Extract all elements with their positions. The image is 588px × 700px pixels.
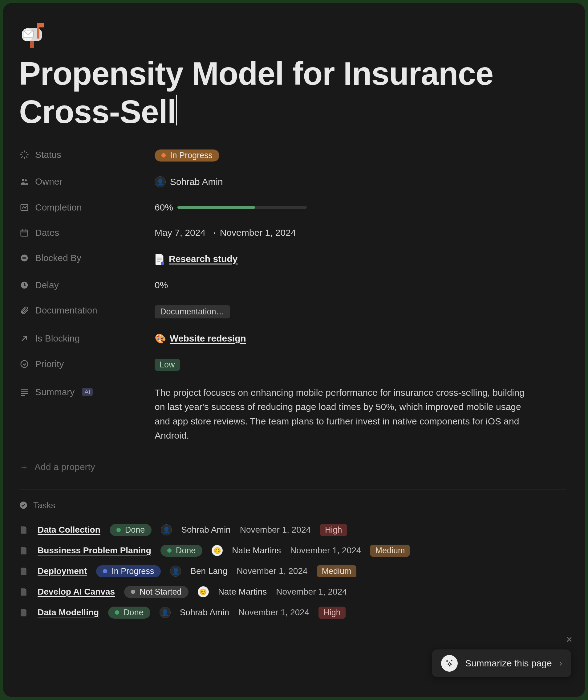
prop-value-completion[interactable]: 60%	[155, 202, 566, 213]
task-date: November 1, 2024	[290, 546, 361, 556]
task-status-pill: Done	[108, 607, 150, 619]
task-status-text: Done	[176, 546, 196, 556]
task-date: November 1, 2024	[237, 566, 307, 576]
prop-value-is-blocking[interactable]: 🎨 Website redesign	[155, 333, 566, 344]
tasks-header-label: Tasks	[33, 501, 55, 511]
task-status-pill: Done	[160, 545, 203, 557]
page-link[interactable]: 🎨 Website redesign	[155, 333, 246, 344]
task-title[interactable]: Develop AI Canvas	[38, 587, 115, 597]
summarize-page-button[interactable]: Summarize this page ›	[432, 649, 571, 677]
chevron-right-icon: ›	[559, 658, 562, 668]
mailbox-icon	[19, 20, 49, 50]
task-row[interactable]: Deployment In Progress Ben Lang November…	[19, 561, 566, 582]
svg-point-15	[25, 179, 27, 181]
svg-line-9	[26, 157, 27, 157]
prop-value-blocked-by[interactable]: Research study	[155, 253, 566, 265]
prop-value-priority[interactable]: Low	[155, 359, 566, 371]
prop-label-status[interactable]: Status	[19, 149, 155, 160]
prop-label-documentation[interactable]: Documentation	[19, 305, 155, 315]
task-row[interactable]: Develop AI Canvas Not Started Nate Marti…	[19, 582, 566, 602]
prop-label-blocked-by[interactable]: Blocked By	[19, 253, 155, 263]
avatar	[161, 524, 172, 535]
summarize-label: Summarize this page	[465, 658, 552, 669]
blocked-icon	[19, 253, 30, 263]
prop-value-status[interactable]: In Progress	[155, 149, 566, 161]
owner-name: Sohrab Amin	[170, 177, 223, 187]
task-row[interactable]: Data Collection Done Sohrab Amin Novembe…	[19, 520, 566, 540]
status-dot	[115, 610, 119, 615]
arrow-up-right-icon	[19, 333, 30, 344]
prop-label-dates[interactable]: Dates	[19, 227, 155, 238]
prop-value-summary[interactable]: The project focuses on enhancing mobile …	[155, 386, 566, 443]
chart-icon	[19, 202, 30, 213]
task-title[interactable]: Deployment	[38, 566, 87, 576]
page-icon	[19, 546, 28, 555]
page-link[interactable]: Research study	[155, 253, 237, 265]
task-assignee: Ben Lang	[190, 566, 227, 576]
prop-label-priority[interactable]: Priority	[19, 359, 155, 369]
task-status-text: In Progress	[112, 567, 154, 576]
task-status-pill: Done	[110, 524, 152, 536]
task-title[interactable]: Bussiness Problem Planing	[38, 546, 151, 556]
task-date: November 1, 2024	[240, 525, 311, 535]
page-title[interactable]: Propensity Model for Insurance Cross-Sel…	[19, 55, 566, 131]
task-status-pill: Not Started	[124, 586, 189, 598]
task-assignee: Sohrab Amin	[181, 525, 230, 535]
svg-point-26	[161, 261, 164, 265]
page-link-text: Research study	[169, 254, 237, 264]
avatar	[212, 545, 223, 556]
prop-value-owner[interactable]: Sohrab Amin	[155, 176, 566, 187]
tasks-list: Data Collection Done Sohrab Amin Novembe…	[19, 520, 566, 623]
text-cursor	[176, 95, 177, 125]
task-date: November 1, 2024	[276, 587, 347, 597]
add-property-button[interactable]: ＋ Add a property	[19, 460, 566, 474]
prop-label-text: Priority	[35, 359, 64, 369]
svg-rect-17	[21, 230, 28, 236]
page-icon	[19, 525, 28, 535]
task-title[interactable]: Data Collection	[38, 525, 100, 535]
prop-label-text: Blocked By	[35, 253, 81, 263]
prop-label-completion[interactable]: Completion	[19, 202, 155, 213]
plus-icon: ＋	[19, 460, 29, 474]
delay-text: 0%	[155, 280, 168, 290]
task-status-text: Not Started	[140, 587, 182, 597]
task-row[interactable]: Bussiness Problem Planing Done Nate Mart…	[19, 540, 566, 561]
prop-value-dates[interactable]: May 7, 2024 → November 1, 2024	[155, 227, 566, 238]
prop-value-delay[interactable]: 0%	[155, 280, 566, 290]
task-assignee: Nate Martins	[232, 546, 281, 556]
document-icon	[155, 253, 165, 265]
tasks-header[interactable]: Tasks	[19, 501, 566, 511]
page-icon[interactable]	[19, 20, 566, 50]
avatar	[160, 607, 171, 618]
svg-rect-25	[157, 261, 160, 262]
task-title[interactable]: Data Modelling	[38, 608, 99, 617]
svg-rect-4	[37, 23, 44, 27]
checkmark-circle-icon	[19, 501, 28, 510]
task-assignee: Sohrab Amin	[180, 608, 229, 617]
prop-label-summary[interactable]: Summary AI	[19, 386, 155, 397]
prop-label-text: Summary	[35, 387, 75, 397]
status-pill: In Progress	[155, 149, 219, 161]
avatar	[198, 586, 209, 597]
close-button[interactable]: ✕	[566, 635, 573, 645]
prop-label-delay[interactable]: Delay	[19, 280, 155, 290]
progress-bar	[177, 206, 307, 209]
documentation-chip[interactable]: Documentation…	[155, 305, 230, 318]
prop-label-text: Completion	[35, 202, 82, 213]
clock-icon	[19, 280, 30, 290]
status-dot	[116, 528, 121, 532]
prop-label-owner[interactable]: Owner	[19, 176, 155, 187]
chevron-down-circle-icon	[19, 359, 30, 369]
avatar	[170, 566, 181, 577]
task-status-pill: In Progress	[96, 565, 161, 577]
svg-rect-23	[157, 258, 162, 258]
prop-label-is-blocking[interactable]: Is Blocking	[19, 333, 155, 344]
prop-value-documentation[interactable]: Documentation…	[155, 305, 566, 318]
status-text: In Progress	[170, 151, 213, 160]
task-row[interactable]: Data Modelling Done Sohrab Amin November…	[19, 602, 566, 623]
properties-section: Status In Progress Owner Sohrab Amin Com…	[19, 149, 566, 443]
task-priority-tag: High	[318, 607, 346, 619]
prop-label-text: Documentation	[35, 305, 97, 315]
svg-rect-24	[157, 259, 162, 260]
prop-label-text: Dates	[35, 227, 59, 238]
